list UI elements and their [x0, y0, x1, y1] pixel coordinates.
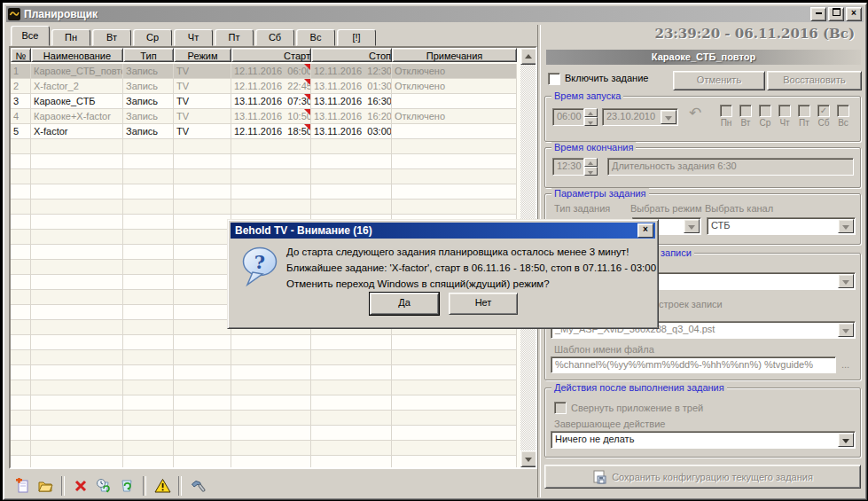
tab-7[interactable]: Сб	[255, 29, 294, 46]
table-row[interactable]: 3Караоке_СТБЗаписьTV13.11.2016 07:3013.1…	[11, 94, 517, 109]
tab-5[interactable]: Чт	[174, 29, 213, 46]
yes-button[interactable]: Да	[370, 293, 439, 315]
table-cell: 13.11.2016 10:50	[231, 109, 311, 124]
dialog-text-line2: Ближайшее задание: 'X-factor', старт в 0…	[286, 262, 656, 273]
save-config-button[interactable]: Сохранить конфигурацию текущего задания	[544, 465, 861, 489]
table-row[interactable]: 5X-factorЗаписьTV12.11.2016 18:5013.11.2…	[11, 124, 517, 139]
col-header-start[interactable]: Старт	[231, 48, 311, 62]
tools-icon[interactable]	[186, 474, 209, 497]
day-checkbox[interactable]	[798, 105, 810, 117]
more-button[interactable]: ...	[841, 359, 849, 370]
col-header-num[interactable]: №	[11, 48, 31, 62]
tab-8[interactable]: Вс	[296, 29, 335, 46]
table-cell	[392, 154, 517, 169]
table-cell	[31, 456, 123, 467]
start-time-field[interactable]: 06:00	[552, 108, 584, 126]
table-cell	[11, 245, 31, 260]
day-checkbox[interactable]	[837, 105, 849, 117]
table-cell	[174, 395, 231, 411]
table-row[interactable]: 4Караоке+X-factorЗаписьTV13.11.2016 10:5…	[11, 109, 517, 124]
scroll-down-icon[interactable]	[520, 450, 537, 467]
schedule-refresh-icon[interactable]	[92, 474, 115, 497]
tab-1[interactable]: Все	[11, 26, 50, 46]
day-checkbox[interactable]	[778, 105, 791, 117]
table-row[interactable]: 1Караоке_СТБ_повторЗаписьTV12.11.2016 06…	[11, 64, 517, 79]
final-action-combo[interactable]: Ничего не делать	[551, 431, 856, 449]
final-action-value: Ничего не делать	[555, 434, 634, 444]
tab-3[interactable]: Вт	[92, 29, 131, 46]
save-icon	[592, 470, 606, 484]
chevron-down-icon[interactable]	[838, 274, 854, 288]
end-time-field[interactable]: 12:30	[552, 158, 584, 176]
start-time-spinner[interactable]	[584, 108, 598, 126]
chevron-down-icon[interactable]	[838, 219, 854, 233]
table-cell	[31, 380, 123, 395]
toolbar-separator	[143, 476, 146, 496]
start-date-combo[interactable]: 23.10.2010	[602, 108, 678, 126]
channel-combo[interactable]: СТБ	[707, 217, 856, 235]
restore-button[interactable]: Восстановить	[767, 71, 862, 90]
tab-4[interactable]: Ср	[133, 29, 172, 46]
cancel-button[interactable]: Отменить	[673, 71, 765, 90]
open-folder-icon[interactable]	[34, 474, 57, 497]
chevron-down-icon[interactable]	[838, 323, 854, 337]
maximize-button[interactable]	[828, 7, 844, 21]
table-cell	[11, 169, 31, 184]
day-checkbox[interactable]	[739, 105, 752, 117]
delete-icon[interactable]	[69, 474, 92, 497]
chevron-down-icon[interactable]	[684, 219, 700, 233]
table-cell	[311, 335, 392, 350]
end-time-spinner[interactable]	[584, 158, 598, 176]
day-label: Пн	[716, 118, 736, 128]
filename-template-label: Шаблон имени файла	[554, 344, 654, 355]
table-cell	[174, 380, 231, 395]
chevron-down-icon[interactable]	[838, 433, 854, 447]
table-cell	[174, 290, 231, 305]
day-checkbox[interactable]	[720, 105, 732, 117]
scroll-up-icon[interactable]	[520, 48, 537, 65]
enable-task-checkbox[interactable]	[548, 73, 560, 85]
table-cell	[11, 184, 31, 200]
table-cell: Запись	[123, 109, 174, 124]
col-header-mode[interactable]: Режим	[174, 48, 231, 62]
col-header-type[interactable]: Тип	[123, 48, 174, 62]
day-checkbox-checked[interactable]: ✓	[817, 105, 830, 117]
filename-template-input[interactable]: %channel%(%yy%%mm%%dd%-%hh%%nn%) %tvguid…	[551, 356, 836, 373]
minimize-button[interactable]	[810, 7, 826, 21]
close-button[interactable]: ×	[846, 7, 862, 21]
table-cell	[123, 215, 174, 230]
duration-field: Длительность задания 6:30	[607, 158, 854, 176]
undo-icon[interactable]: ↶	[689, 104, 701, 121]
no-button[interactable]: Нет	[449, 293, 518, 315]
col-header-notes[interactable]: Примечания	[392, 48, 517, 62]
chevron-down-icon[interactable]	[661, 110, 676, 124]
table-cell	[31, 260, 123, 275]
enable-task-label: Включить задание	[565, 73, 648, 83]
refresh-icon[interactable]	[115, 474, 138, 497]
minimize-to-tray-checkbox[interactable]	[554, 402, 567, 414]
table-cell	[11, 139, 31, 154]
final-action-label: Завершающее действие	[554, 419, 665, 429]
day-checkbox[interactable]	[759, 105, 771, 117]
table-row-empty	[11, 169, 517, 184]
table-cell	[11, 395, 31, 411]
day-cell-1: Пн	[716, 105, 736, 128]
table-row-empty	[11, 200, 517, 215]
table-cell	[392, 441, 517, 456]
tab-2[interactable]: Пн	[51, 29, 90, 46]
table-cell: TV	[174, 94, 231, 109]
col-header-name[interactable]: Наименование	[31, 48, 123, 62]
table-row-empty	[11, 335, 517, 350]
table-cell: TV	[174, 124, 231, 139]
table-cell	[123, 290, 174, 305]
table-cell: Караоке_СТБ_повтор	[31, 64, 123, 79]
table-row-empty	[11, 380, 517, 395]
table-row[interactable]: 2X-factor_2ЗаписьTV12.11.2016 22:4513.11…	[11, 79, 517, 94]
col-header-stop[interactable]: Стоп	[311, 48, 392, 62]
tab-6[interactable]: Пт	[215, 29, 254, 46]
tab-9[interactable]: [!]	[337, 29, 376, 46]
new-task-icon[interactable]	[11, 474, 34, 497]
table-cell	[11, 335, 31, 350]
warning-icon[interactable]	[151, 474, 174, 497]
dialog-close-icon[interactable]: ×	[637, 223, 653, 238]
